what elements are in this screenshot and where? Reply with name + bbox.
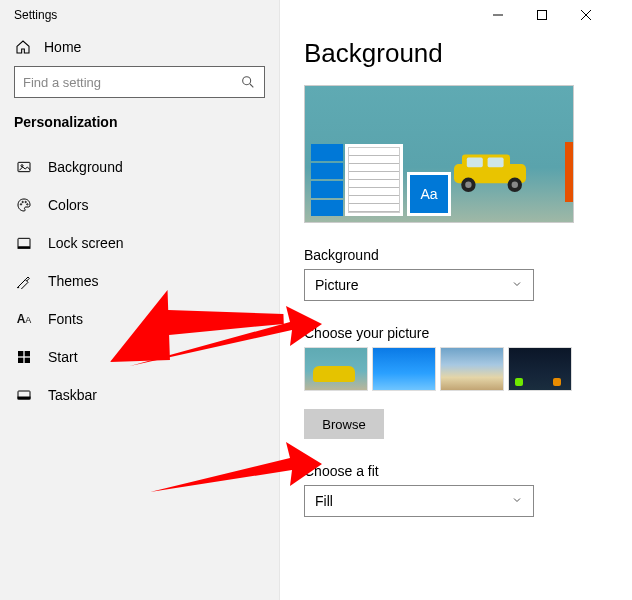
svg-rect-8 [18,238,30,247]
svg-point-3 [21,165,23,167]
sidebar-item-label: Colors [48,197,88,213]
thumb-blue[interactable] [372,347,436,391]
window-title: Settings [0,0,279,28]
background-label: Background [304,247,608,263]
sidebar-item-start[interactable]: Start [0,338,279,376]
fit-label: Choose a fit [304,463,608,479]
svg-point-0 [243,77,251,85]
svg-rect-13 [25,358,30,363]
sidebar-item-label: Fonts [48,311,83,327]
close-button[interactable] [564,0,608,30]
svg-point-7 [27,204,28,205]
thumb-night[interactable] [508,347,572,391]
svg-point-25 [465,182,471,188]
chevron-down-icon [511,277,523,293]
sidebar-item-background[interactable]: Background [0,148,279,186]
thumb-yellow-car[interactable] [304,347,368,391]
page-title: Background [304,38,608,69]
svg-rect-9 [18,247,30,248]
image-icon [14,158,34,176]
home-icon [14,38,32,56]
sidebar-item-taskbar[interactable]: Taskbar [0,376,279,414]
start-icon [14,348,34,366]
svg-rect-11 [25,351,30,356]
minimize-button[interactable] [476,0,520,30]
thumb-beach[interactable] [440,347,504,391]
search-icon [240,74,256,93]
search-input[interactable]: Find a setting [14,66,265,98]
sidebar-item-fonts[interactable]: AA Fonts [0,300,279,338]
svg-rect-23 [488,158,504,168]
main-panel: Background Aa Background Picture [280,0,632,600]
svg-line-1 [250,84,253,87]
sidebar: Settings Home Find a setting Personaliza… [0,0,280,600]
picture-thumbnails [304,347,608,391]
svg-point-4 [20,204,21,205]
maximize-button[interactable] [520,0,564,30]
car-illustration [439,148,549,196]
fonts-icon: AA [14,310,34,328]
fit-value: Fill [315,493,333,509]
sidebar-item-lockscreen[interactable]: Lock screen [0,224,279,262]
background-value: Picture [315,277,359,293]
svg-rect-22 [467,158,483,168]
svg-rect-15 [18,397,30,399]
taskbar-icon [14,386,34,404]
accent-sample: Aa [407,172,451,216]
lockscreen-icon [14,234,34,252]
svg-rect-10 [18,351,23,356]
section-label: Personalization [0,110,279,142]
sidebar-item-colors[interactable]: Colors [0,186,279,224]
svg-point-6 [25,201,26,202]
palette-icon [14,196,34,214]
fit-dropdown[interactable]: Fill [304,485,534,517]
sidebar-item-label: Background [48,159,123,175]
sidebar-item-label: Themes [48,273,99,289]
svg-rect-12 [18,358,23,363]
sidebar-item-label: Start [48,349,78,365]
themes-icon [14,272,34,290]
home-nav[interactable]: Home [0,28,279,66]
choose-picture-label: Choose your picture [304,325,608,341]
background-dropdown[interactable]: Picture [304,269,534,301]
svg-point-5 [22,201,23,202]
window-controls [304,0,608,30]
chevron-down-icon [511,493,523,509]
svg-point-27 [512,182,518,188]
svg-rect-17 [538,11,547,20]
wallpaper-preview: Aa [304,85,574,223]
sidebar-item-label: Taskbar [48,387,97,403]
search-placeholder: Find a setting [23,75,234,90]
home-label: Home [44,39,81,55]
browse-button[interactable]: Browse [304,409,384,439]
sidebar-item-themes[interactable]: Themes [0,262,279,300]
sidebar-item-label: Lock screen [48,235,123,251]
